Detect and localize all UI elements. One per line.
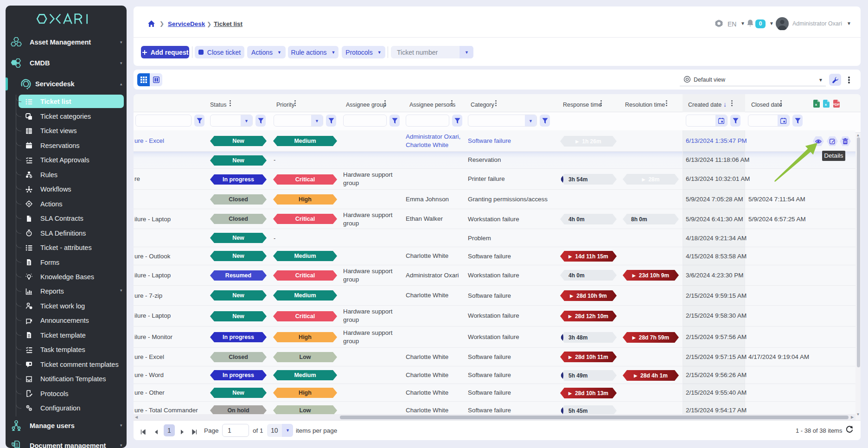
- svg-text:x: x: [815, 102, 817, 107]
- svg-text:x: x: [825, 102, 827, 107]
- svg-text:PDF: PDF: [833, 102, 840, 107]
